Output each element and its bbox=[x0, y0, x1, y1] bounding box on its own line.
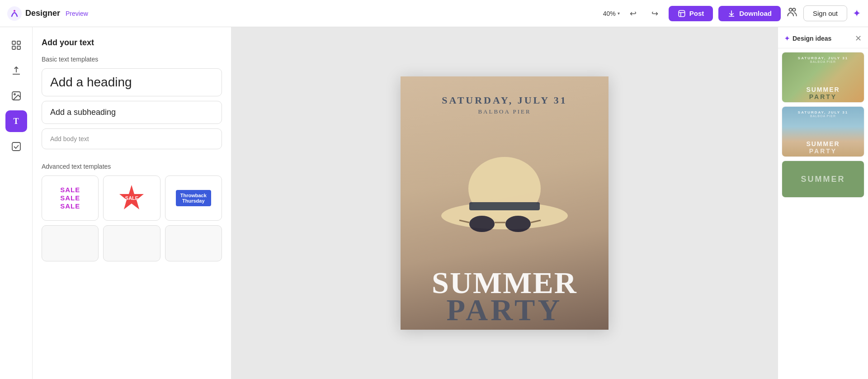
user-sparkle-icon: ✦ bbox=[853, 8, 861, 19]
sale-line-3: SALE bbox=[60, 202, 80, 210]
idea-3-text: SUMMER bbox=[801, 175, 845, 184]
signout-button[interactable]: Sign out bbox=[803, 5, 847, 21]
add-heading-button[interactable]: Add a heading bbox=[42, 68, 222, 96]
zoom-level: 40% bbox=[603, 10, 616, 17]
download-button[interactable]: Download bbox=[718, 6, 781, 21]
svg-point-0 bbox=[7, 6, 22, 21]
upload-icon bbox=[11, 65, 22, 76]
design-ideas-close-button[interactable]: ✕ bbox=[855, 33, 862, 43]
sale-line-1: SALE bbox=[60, 186, 80, 194]
svg-point-16 bbox=[469, 216, 495, 232]
svg-rect-8 bbox=[17, 46, 20, 49]
undo-button[interactable]: ↩ bbox=[625, 5, 642, 22]
svg-point-14 bbox=[468, 157, 541, 220]
app-logo-icon bbox=[7, 6, 22, 21]
post-icon bbox=[678, 9, 686, 18]
sale-cascade-preview: SALE SALE SALE bbox=[60, 186, 80, 210]
throwback-line2: Thursday bbox=[180, 198, 207, 204]
sale-badge-label: SALE bbox=[125, 195, 138, 201]
photo-icon bbox=[11, 90, 22, 101]
redo-button[interactable]: ↪ bbox=[647, 5, 663, 22]
throwback-badge-preview: Throwback Thursday bbox=[176, 190, 211, 206]
throwback-thursday-template[interactable]: Throwback Thursday bbox=[165, 175, 222, 221]
app-name: Designer bbox=[25, 9, 60, 18]
design-ideas-label: Design ideas bbox=[793, 35, 831, 42]
svg-rect-11 bbox=[12, 142, 20, 151]
more-template-3[interactable] bbox=[165, 225, 222, 261]
canvas-area: SATURDAY, JULY 31 BALBOA PIER SUMMER PAR… bbox=[231, 27, 778, 379]
logo-area: Designer bbox=[7, 6, 60, 21]
topbar: Designer Preview 40% ▾ ↩ ↪ Post Download… bbox=[0, 0, 868, 27]
svg-point-3 bbox=[789, 8, 792, 11]
sidebar-grid-button[interactable] bbox=[5, 34, 27, 56]
more-template-1[interactable] bbox=[42, 225, 99, 261]
main-layout: T Add your text Basic text templates Add… bbox=[0, 27, 868, 379]
svg-rect-15 bbox=[469, 202, 540, 210]
canvas-location: BALBOA PIER bbox=[401, 108, 609, 115]
body-template-label: Add body text bbox=[50, 135, 89, 142]
sale-cascade-template[interactable]: SALE SALE SALE bbox=[42, 175, 99, 221]
post-label: Post bbox=[689, 9, 704, 17]
sidebar-icons: T bbox=[0, 27, 33, 379]
more-advanced-grid bbox=[42, 225, 222, 261]
more-template-2[interactable] bbox=[103, 225, 160, 261]
sidebar-photo-button[interactable] bbox=[5, 85, 27, 107]
post-button[interactable]: Post bbox=[669, 6, 713, 21]
idea-3-image: SUMMER bbox=[782, 161, 864, 197]
heading-template-label: Add a heading bbox=[50, 75, 132, 89]
add-subheading-button[interactable]: Add a subheading bbox=[42, 101, 222, 124]
svg-point-1 bbox=[14, 10, 15, 12]
svg-point-10 bbox=[14, 94, 15, 95]
advanced-section-title: Advanced text templates bbox=[42, 163, 222, 170]
design-ideas-header: ✦ Design ideas ✕ bbox=[778, 27, 868, 48]
throwback-line1: Throwback bbox=[180, 193, 207, 198]
panel-title: Add your text bbox=[42, 38, 222, 47]
sale-line-2: SALE bbox=[60, 194, 80, 202]
advanced-grid: SALE SALE SALE SALE bbox=[42, 175, 222, 221]
preview-button[interactable]: Preview bbox=[66, 10, 88, 17]
sale-badge-template[interactable]: SALE bbox=[103, 175, 160, 221]
share-people-button[interactable] bbox=[786, 6, 798, 21]
svg-rect-6 bbox=[17, 41, 20, 44]
sidebar-text-button[interactable]: T bbox=[5, 110, 27, 132]
svg-point-17 bbox=[505, 216, 531, 232]
grid-icon bbox=[11, 40, 22, 51]
design-ideas-title: ✦ Design ideas bbox=[784, 35, 831, 42]
sidebar-upload-button[interactable] bbox=[5, 60, 27, 81]
svg-rect-5 bbox=[12, 41, 15, 44]
people-icon bbox=[786, 6, 798, 18]
sparkle-icon: ✦ bbox=[784, 35, 790, 42]
design-canvas[interactable]: SATURDAY, JULY 31 BALBOA PIER SUMMER PAR… bbox=[401, 76, 609, 330]
design-idea-1[interactable]: SATURDAY, JULY 31 BALBOA PIER SUMMER PAR… bbox=[782, 52, 864, 103]
svg-rect-7 bbox=[12, 46, 15, 49]
design-ideas-panel: ✦ Design ideas ✕ SATURDAY, JULY 31 BALBO… bbox=[778, 27, 868, 379]
idea-2-text: SUMMER PARTY bbox=[782, 140, 864, 155]
add-body-button[interactable]: Add body text bbox=[42, 128, 222, 149]
idea-1-text: SUMMER PARTY bbox=[782, 86, 864, 100]
svg-point-4 bbox=[793, 8, 796, 11]
design-idea-3[interactable]: SUMMER bbox=[782, 161, 864, 198]
svg-rect-2 bbox=[679, 10, 685, 17]
canvas-bottom-text: SUMMER PARTY bbox=[401, 267, 609, 330]
zoom-control[interactable]: 40% ▾ bbox=[603, 10, 620, 17]
idea-2-image: SATURDAY, JULY 31 BALBOA PIER SUMMER PAR… bbox=[782, 107, 864, 156]
canvas-date: SATURDAY, JULY 31 bbox=[401, 95, 609, 106]
idea-1-image: SATURDAY, JULY 31 BALBOA PIER SUMMER PAR… bbox=[782, 52, 864, 102]
basic-section-title: Basic text templates bbox=[42, 56, 222, 63]
download-icon bbox=[727, 9, 736, 18]
advanced-section: Advanced text templates SALE SALE SALE bbox=[42, 163, 222, 261]
zoom-chevron-icon: ▾ bbox=[618, 11, 620, 16]
check-icon bbox=[11, 141, 22, 152]
design-idea-2[interactable]: SATURDAY, JULY 31 BALBOA PIER SUMMER PAR… bbox=[782, 106, 864, 157]
hat-illustration bbox=[437, 152, 572, 243]
canvas-top-text: SATURDAY, JULY 31 BALBOA PIER bbox=[401, 95, 609, 115]
download-label: Download bbox=[739, 9, 772, 17]
subheading-template-label: Add a subheading bbox=[50, 108, 116, 117]
sidebar-check-button[interactable] bbox=[5, 136, 27, 157]
left-panel: Add your text Basic text templates Add a… bbox=[33, 27, 231, 379]
design-ideas-list: SATURDAY, JULY 31 BALBOA PIER SUMMER PAR… bbox=[778, 48, 868, 379]
